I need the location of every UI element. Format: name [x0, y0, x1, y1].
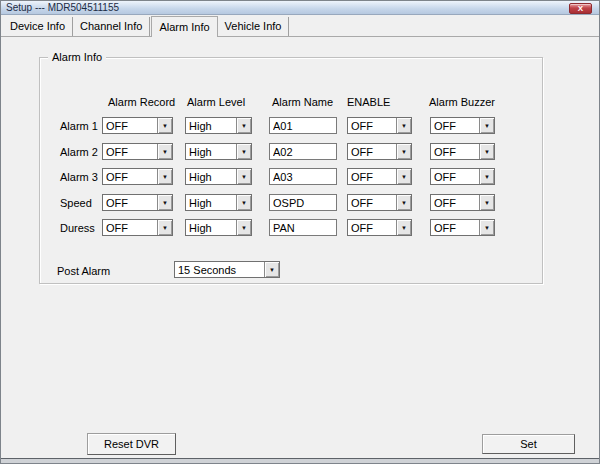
- dropdown-arrow-icon: ▼: [396, 118, 411, 133]
- duress-record-select[interactable]: OFF ▼: [102, 219, 173, 236]
- dropdown-arrow-icon: ▼: [236, 144, 251, 159]
- set-button[interactable]: Set: [482, 434, 575, 454]
- alarm-row-3: Alarm 3 OFF ▼ High ▼ OFF ▼ OFF ▼: [40, 168, 542, 185]
- selected-value: High: [186, 169, 236, 184]
- speed-record-select[interactable]: OFF ▼: [102, 194, 173, 211]
- dropdown-arrow-icon: ▼: [396, 195, 411, 210]
- duress-buzzer-select[interactable]: OFF ▼: [430, 219, 495, 236]
- alarm-row-1: Alarm 1 OFF ▼ High ▼ OFF ▼ OFF ▼: [40, 117, 542, 134]
- alarm-info-groupbox: Alarm Info Alarm Record Alarm Level Alar…: [39, 57, 543, 284]
- selected-value: OFF: [348, 195, 396, 210]
- close-icon: X: [578, 4, 583, 13]
- speed-enable-select[interactable]: OFF ▼: [347, 194, 412, 211]
- dropdown-arrow-icon: ▼: [396, 169, 411, 184]
- dropdown-arrow-icon: ▼: [157, 220, 172, 235]
- dropdown-arrow-icon: ▼: [396, 220, 411, 235]
- window-bottom-frame: [1, 458, 599, 463]
- setup-dialog: Setup --- MDR504511155 X Device Info Cha…: [0, 0, 600, 464]
- alarm2-enable-select[interactable]: OFF ▼: [347, 143, 412, 160]
- dropdown-arrow-icon: ▼: [396, 144, 411, 159]
- alarm2-level-select[interactable]: High ▼: [185, 143, 252, 160]
- dropdown-arrow-icon: ▼: [479, 169, 494, 184]
- tab-device-info[interactable]: Device Info: [3, 17, 73, 36]
- alarm3-name-input[interactable]: [269, 168, 337, 185]
- duress-row: Duress OFF ▼ High ▼ OFF ▼ OFF ▼: [40, 219, 542, 236]
- selected-value: OFF: [103, 169, 157, 184]
- dropdown-arrow-icon: ▼: [236, 220, 251, 235]
- dropdown-arrow-icon: ▼: [157, 195, 172, 210]
- speed-level-select[interactable]: High ▼: [185, 194, 252, 211]
- header-alarm-name: Alarm Name: [272, 96, 333, 108]
- close-button[interactable]: X: [569, 3, 592, 14]
- row-label: Speed: [60, 197, 92, 209]
- selected-value: OFF: [431, 144, 479, 159]
- selected-value: High: [186, 118, 236, 133]
- alarm3-enable-select[interactable]: OFF ▼: [347, 168, 412, 185]
- alarm2-name-input[interactable]: [269, 143, 337, 160]
- header-alarm-buzzer: Alarm Buzzer: [429, 96, 495, 108]
- row-label: Alarm 2: [60, 146, 98, 158]
- selected-value: OFF: [431, 169, 479, 184]
- dropdown-arrow-icon: ▼: [479, 118, 494, 133]
- dropdown-arrow-icon: ▼: [236, 169, 251, 184]
- selected-value: High: [186, 195, 236, 210]
- selected-value: OFF: [103, 144, 157, 159]
- groupbox-title: Alarm Info: [48, 51, 106, 63]
- header-alarm-record: Alarm Record: [108, 96, 175, 108]
- post-alarm-select[interactable]: 15 Seconds ▼: [174, 261, 280, 278]
- title-bar[interactable]: Setup --- MDR504511155 X: [1, 1, 599, 15]
- speed-name-input[interactable]: [269, 194, 337, 211]
- selected-value: OFF: [103, 220, 157, 235]
- dropdown-arrow-icon: ▼: [479, 220, 494, 235]
- post-alarm-label: Post Alarm: [57, 265, 110, 277]
- dropdown-arrow-icon: ▼: [157, 144, 172, 159]
- alarm1-enable-select[interactable]: OFF ▼: [347, 117, 412, 134]
- alarm1-buzzer-select[interactable]: OFF ▼: [430, 117, 495, 134]
- speed-buzzer-select[interactable]: OFF ▼: [430, 194, 495, 211]
- speed-row: Speed OFF ▼ High ▼ OFF ▼ OFF ▼: [40, 194, 542, 211]
- selected-value: OFF: [431, 118, 479, 133]
- alarm3-record-select[interactable]: OFF ▼: [102, 168, 173, 185]
- dropdown-arrow-icon: ▼: [236, 118, 251, 133]
- selected-value: OFF: [103, 195, 157, 210]
- dropdown-arrow-icon: ▼: [479, 144, 494, 159]
- duress-level-select[interactable]: High ▼: [185, 219, 252, 236]
- alarm-row-2: Alarm 2 OFF ▼ High ▼ OFF ▼ OFF ▼: [40, 143, 542, 160]
- selected-value: OFF: [103, 118, 157, 133]
- row-label: Alarm 1: [60, 120, 98, 132]
- duress-enable-select[interactable]: OFF ▼: [347, 219, 412, 236]
- alarm1-record-select[interactable]: OFF ▼: [102, 117, 173, 134]
- reset-dvr-button[interactable]: Reset DVR: [87, 433, 176, 455]
- selected-value: OFF: [431, 220, 479, 235]
- alarm2-buzzer-select[interactable]: OFF ▼: [430, 143, 495, 160]
- selected-value: OFF: [348, 144, 396, 159]
- duress-name-input[interactable]: [269, 219, 337, 236]
- selected-value: High: [186, 144, 236, 159]
- selected-value: OFF: [431, 195, 479, 210]
- alarm1-level-select[interactable]: High ▼: [185, 117, 252, 134]
- header-alarm-level: Alarm Level: [187, 96, 245, 108]
- dropdown-arrow-icon: ▼: [479, 195, 494, 210]
- selected-value: High: [186, 220, 236, 235]
- tab-channel-info[interactable]: Channel Info: [73, 17, 150, 36]
- tab-vehicle-info[interactable]: Vehicle Info: [218, 17, 290, 36]
- row-label: Alarm 3: [60, 171, 98, 183]
- alarm3-buzzer-select[interactable]: OFF ▼: [430, 168, 495, 185]
- dropdown-arrow-icon: ▼: [157, 169, 172, 184]
- alarm1-name-input[interactable]: [269, 117, 337, 134]
- row-label: Duress: [60, 222, 95, 234]
- selected-value: 15 Seconds: [175, 262, 264, 277]
- dropdown-arrow-icon: ▼: [264, 262, 279, 277]
- column-headers: Alarm Record Alarm Level Alarm Name ENAB…: [40, 96, 542, 110]
- tab-alarm-info[interactable]: Alarm Info: [151, 16, 217, 37]
- alarm2-record-select[interactable]: OFF ▼: [102, 143, 173, 160]
- window-title: Setup --- MDR504511155: [6, 1, 119, 15]
- header-enable: ENABLE: [347, 96, 390, 108]
- tab-strip: Device Info Channel Info Alarm Info Vehi…: [1, 15, 599, 37]
- dropdown-arrow-icon: ▼: [236, 195, 251, 210]
- alarm3-level-select[interactable]: High ▼: [185, 168, 252, 185]
- selected-value: OFF: [348, 169, 396, 184]
- selected-value: OFF: [348, 220, 396, 235]
- dropdown-arrow-icon: ▼: [157, 118, 172, 133]
- selected-value: OFF: [348, 118, 396, 133]
